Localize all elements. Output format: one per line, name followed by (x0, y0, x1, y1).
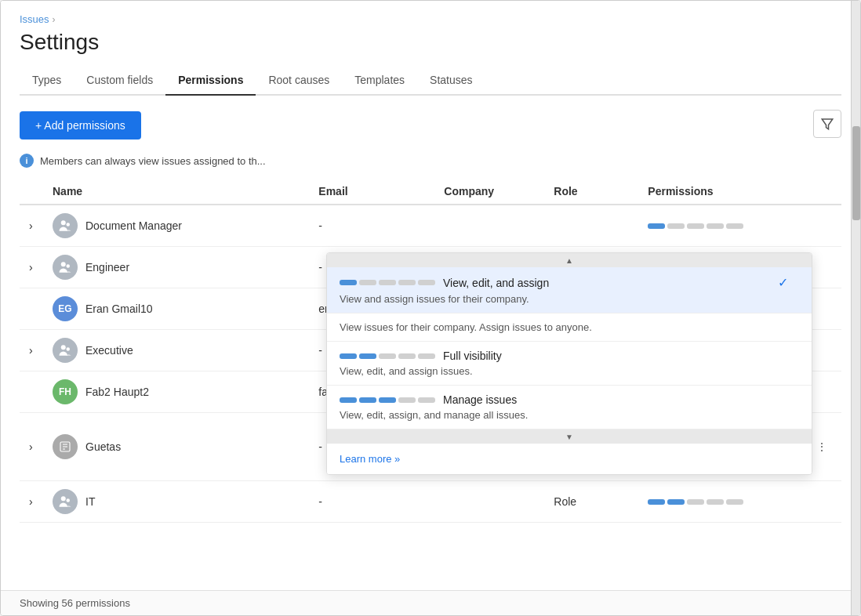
avatar-initials: FH (59, 386, 71, 397)
filter-button[interactable] (813, 110, 841, 138)
row-expand[interactable]: › (20, 247, 43, 288)
bar (687, 499, 704, 505)
row-email: - (309, 481, 434, 523)
page-title: Settings (20, 30, 841, 55)
showing-count: Showing 56 permissions (20, 597, 130, 609)
row-name: IT (43, 481, 309, 523)
bar (418, 280, 435, 285)
bar (418, 397, 435, 403)
tab-custom-fields[interactable]: Custom fields (74, 67, 165, 96)
dropdown-item-manage-issues[interactable]: Manage issues View, edit, assign, and ma… (327, 386, 812, 429)
row-permissions (638, 481, 841, 523)
breadcrumb-parent[interactable]: Issues (20, 13, 49, 25)
table-row: › Document Manager - (20, 205, 841, 247)
bar (726, 499, 743, 505)
row-name-label: Guetas (85, 440, 121, 453)
svg-point-11 (61, 496, 66, 501)
bar (379, 353, 396, 359)
tab-permissions[interactable]: Permissions (165, 67, 256, 96)
bar (648, 499, 665, 505)
row-name-label: Executive (85, 344, 133, 357)
tab-statuses[interactable]: Statuses (417, 67, 485, 96)
svg-point-5 (61, 345, 66, 350)
add-permissions-button[interactable]: + Add permissions (20, 111, 141, 140)
row-name-label: IT (85, 495, 95, 508)
col-header-name: Name (43, 179, 309, 205)
dropdown-item-full-visibility[interactable]: Full visibility View, edit, and assign i… (327, 342, 812, 386)
bar (340, 397, 357, 403)
svg-marker-0 (822, 119, 833, 129)
info-bar: i Members can always view issues assigne… (20, 154, 841, 168)
bar (398, 397, 416, 403)
dropdown-item-label: Full visibility (443, 350, 502, 362)
avatar (53, 434, 78, 459)
row-name: Engineer (43, 247, 309, 288)
dropdown-scroll-down[interactable]: ▼ (327, 429, 812, 444)
row-email: - (309, 205, 434, 247)
tab-root-causes[interactable]: Root causes (256, 67, 342, 96)
row-name: FH Fab2 Haupt2 (43, 371, 309, 413)
checkmark-icon: ✓ (778, 275, 788, 290)
dropdown-scroll-up[interactable]: ▲ (327, 253, 812, 267)
dropdown-item-desc: View, edit, and assign issues. (340, 365, 788, 377)
bar (379, 280, 396, 285)
dropdown-item-view-issues[interactable]: View issues for their company. Assign is… (327, 313, 812, 342)
bar (418, 353, 435, 359)
avatar (53, 338, 78, 363)
dropdown-item-bars (340, 280, 435, 285)
table-row: › IT - Role (20, 481, 841, 523)
row-name: Executive (43, 330, 309, 371)
avatar: EG (53, 296, 78, 321)
row-name-label: Eran Gmail10 (85, 303, 153, 315)
breadcrumb: Issues › (20, 13, 841, 25)
row-permissions (638, 205, 841, 247)
learn-more-link[interactable]: Learn more » (327, 444, 812, 474)
more-options-icon[interactable]: ⋮ (812, 437, 832, 456)
bar (667, 223, 685, 229)
col-header-company: Company (434, 179, 544, 205)
avatar (53, 255, 78, 280)
bar (726, 223, 743, 229)
col-header-role: Role (544, 179, 638, 205)
row-name: Guetas (43, 413, 309, 481)
avatar: FH (53, 379, 78, 404)
row-name-label: Engineer (85, 261, 129, 274)
row-expand (20, 371, 43, 413)
svg-point-4 (67, 264, 71, 268)
col-header-permissions: Permissions (638, 179, 841, 205)
avatar (53, 213, 78, 238)
dropdown-item-bars (340, 397, 435, 403)
row-expand[interactable]: › (20, 413, 43, 481)
bar (398, 353, 416, 359)
row-expand[interactable]: › (20, 205, 43, 247)
main-content: + Add permissions i Members can always v… (1, 96, 860, 590)
tab-templates[interactable]: Templates (342, 67, 417, 96)
svg-point-3 (61, 262, 66, 266)
row-expand[interactable]: › (20, 481, 43, 523)
dropdown-item-label: Manage issues (443, 393, 517, 406)
bar (707, 223, 724, 229)
col-header-email: Email (309, 179, 434, 205)
dropdown-item-bars (340, 353, 435, 359)
bar (667, 499, 685, 505)
bar (707, 499, 724, 505)
row-role: Role (544, 481, 638, 523)
tabs-bar: Types Custom fields Permissions Root cau… (20, 67, 841, 96)
row-expand (20, 288, 43, 330)
col-header-expand (20, 179, 43, 205)
info-icon: i (20, 154, 34, 168)
dropdown-item-desc: View, edit, assign, and manage all issue… (340, 409, 788, 421)
row-company (434, 481, 544, 523)
tab-types[interactable]: Types (20, 67, 74, 96)
bar (359, 397, 376, 403)
bar (379, 397, 396, 403)
dropdown-item-desc: View issues for their company. Assign is… (340, 321, 788, 333)
svg-point-2 (67, 223, 71, 226)
row-expand[interactable]: › (20, 330, 43, 371)
info-text: Members can always view issues assigned … (40, 155, 266, 167)
bar (648, 223, 665, 229)
row-name: Document Manager (43, 205, 309, 247)
row-role (544, 205, 638, 247)
row-company (434, 205, 544, 247)
dropdown-item-view-edit-assign[interactable]: View, edit, and assign ✓ View and assign… (327, 267, 812, 313)
